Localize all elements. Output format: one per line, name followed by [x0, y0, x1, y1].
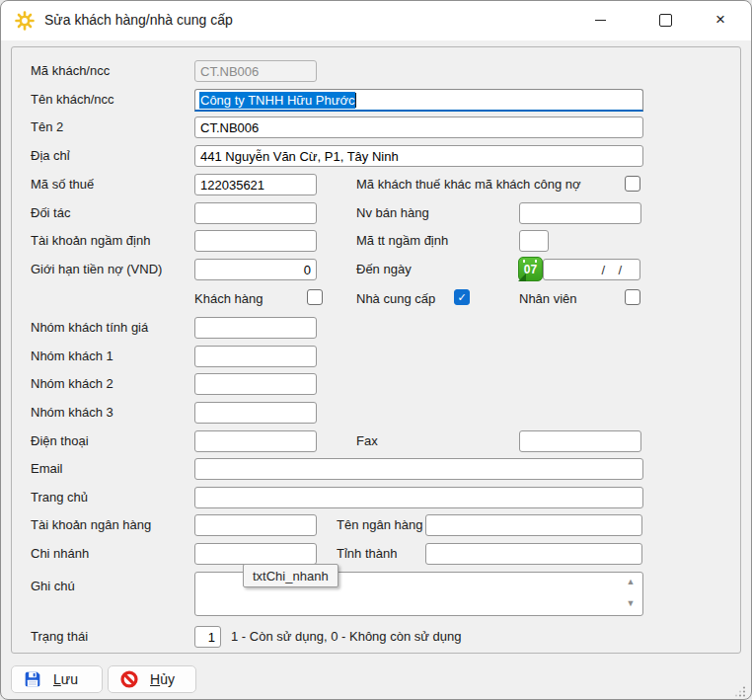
tinh-thanh-input[interactable] [425, 543, 642, 565]
scroll-down-icon[interactable]: ▼ [624, 598, 638, 608]
minimize-button[interactable] [577, 1, 623, 39]
label-nhan-vien: Nhân viên [519, 291, 577, 306]
save-button-label: Lưu [53, 671, 78, 687]
ma-khach-thue-checkbox[interactable] [625, 176, 640, 192]
cancel-button[interactable]: Hủy [108, 665, 196, 693]
fax-input[interactable] [519, 430, 641, 452]
den-ngay-input[interactable] [543, 259, 640, 280]
label-dia-chi: Địa chỉ [31, 148, 70, 163]
label-ten2: Tên 2 [31, 119, 63, 134]
khach-hang-checkbox[interactable] [307, 289, 323, 305]
scroll-up-icon[interactable]: ▲ [624, 577, 638, 586]
doi-tac-input[interactable] [194, 202, 317, 224]
label-nhom-tinh-gia: Nhóm khách tính giá [31, 320, 148, 335]
label-ten-khach: Tên khách/ncc [31, 92, 114, 107]
label-ma-tt: Mã tt ngầm định [356, 233, 448, 248]
app-sun-icon [15, 11, 35, 31]
nhan-vien-checkbox[interactable] [625, 289, 640, 305]
chi-nhanh-input[interactable] [194, 543, 317, 565]
minimize-icon [595, 20, 606, 21]
label-chi-nhanh: Chi nhánh [31, 546, 89, 561]
nha-cung-cap-checkbox[interactable]: ✓ [454, 289, 470, 305]
label-nhom2: Nhóm khách 2 [31, 376, 113, 391]
label-tk-ngan-hang: Tài khoản ngân hàng [31, 517, 151, 532]
nv-ban-hang-input[interactable] [519, 202, 641, 224]
email-input[interactable] [194, 458, 643, 480]
trang-chu-input[interactable] [194, 487, 643, 508]
tk-ngam-dinh-input[interactable] [194, 230, 317, 252]
nhom3-input[interactable] [194, 402, 317, 424]
label-tinh-thanh: Tỉnh thành [337, 546, 397, 561]
dien-thoai-input[interactable] [194, 430, 317, 452]
edit-customer-dialog: Sửa khách hàng/nhà cung cấp × Mã khách/n… [0, 0, 752, 700]
label-nhom1: Nhóm khách 1 [31, 349, 113, 363]
selected-text: Công ty TNHH Hữu Phước [199, 92, 355, 109]
nhom2-input[interactable] [194, 373, 317, 395]
ma-tt-input[interactable] [519, 230, 549, 252]
cancel-prohibition-icon [120, 670, 138, 688]
ma-khach-input[interactable] [194, 60, 317, 82]
dia-chi-input[interactable] [194, 145, 643, 167]
label-nhom3: Nhóm khách 3 [31, 405, 113, 420]
text-caret [355, 93, 356, 108]
label-doi-tac: Đối tác [31, 205, 70, 220]
label-trang-thai: Trạng thái [31, 629, 88, 644]
save-button[interactable]: Lưu [11, 665, 103, 693]
cancel-button-label: Hủy [150, 671, 175, 687]
label-trang-chu: Trang chủ [31, 490, 88, 505]
check-icon: ✓ [457, 292, 466, 303]
label-ten-ngan-hang: Tên ngân hàng [337, 517, 422, 532]
resize-grip[interactable] [734, 683, 746, 695]
gioi-han-input[interactable] [194, 259, 317, 280]
label-ma-so-thue: Mã số thuế [31, 177, 94, 192]
label-email: Email [31, 461, 63, 476]
label-gioi-han: Giới hạn tiền nợ (VND) [31, 262, 162, 276]
nhom-tinh-gia-input[interactable] [194, 317, 317, 339]
label-ghi-chu: Ghi chú [31, 579, 75, 593]
label-nv-ban-hang: Nv bán hàng [356, 205, 429, 220]
maximize-icon [659, 14, 672, 27]
label-den-ngay: Đến ngày [356, 262, 412, 276]
ma-so-thue-input[interactable] [194, 174, 317, 195]
ten-ngan-hang-input[interactable] [425, 514, 642, 536]
label-fax: Fax [356, 433, 378, 448]
save-floppy-icon [24, 670, 41, 688]
label-tk-ngam-dinh: Tài khoản ngầm định [31, 233, 150, 248]
tk-ngan-hang-input[interactable] [194, 514, 317, 536]
calendar-icon-fold [518, 273, 526, 281]
ten2-input[interactable] [194, 117, 643, 138]
nhom1-input[interactable] [194, 346, 317, 367]
titlebar: Sửa khách hàng/nhà cung cấp × [1, 1, 751, 40]
window-title: Sửa khách hàng/nhà cung cấp [44, 12, 233, 28]
trang-thai-hint: 1 - Còn sử dụng, 0 - Không còn sử dụng [231, 629, 462, 644]
label-khach-hang: Khách hàng [194, 291, 263, 306]
ten-khach-input[interactable]: Công ty TNHH Hữu Phước [194, 89, 643, 112]
label-dien-thoai: Điện thoại [31, 433, 89, 448]
label-nha-cung-cap: Nhà cung cấp [356, 291, 435, 306]
trang-thai-input[interactable] [194, 626, 221, 648]
tooltip-txtChi-nhanh: txtChi_nhanh [243, 564, 338, 587]
label-ma-khach: Mã khách/ncc [31, 63, 110, 78]
maximize-button[interactable] [642, 1, 688, 39]
close-button[interactable]: × [698, 1, 743, 39]
label-ma-khach-thue: Mã khách thuế khác mã khách công nợ [356, 177, 581, 192]
